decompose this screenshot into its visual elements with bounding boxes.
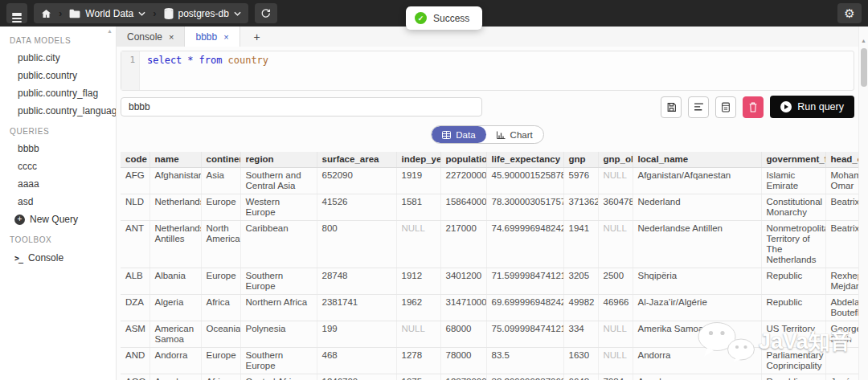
table-cell[interactable]: 3205 xyxy=(563,268,598,295)
column-header-code[interactable]: code xyxy=(121,152,149,168)
table-cell[interactable]: Amerika Samoa xyxy=(633,321,761,348)
table-cell[interactable]: 1975 xyxy=(396,374,440,380)
table-cell[interactable]: 468 xyxy=(317,348,396,374)
table-cell[interactable]: Afganistan/Afqanestan xyxy=(633,168,761,194)
table-cell[interactable]: 74.69999694824219 xyxy=(486,221,563,268)
settings-button[interactable]: ⚙ xyxy=(837,3,862,23)
table-cell[interactable]: Netherlands xyxy=(149,194,201,221)
query-name-input[interactable] xyxy=(121,97,482,116)
table-cell[interactable]: AGO xyxy=(121,374,149,380)
table-cell[interactable]: 46966 xyxy=(598,295,633,321)
table-cell[interactable]: 199 xyxy=(317,321,396,348)
table-cell[interactable]: 217000 xyxy=(440,221,486,268)
table-cell[interactable] xyxy=(825,348,858,374)
column-header-local_name[interactable]: local_name xyxy=(633,152,761,168)
sidebar-scroll-up-arrow[interactable]: ▲ xyxy=(107,28,113,34)
table-cell[interactable]: Africa xyxy=(201,295,240,321)
table-cell[interactable]: 652090 xyxy=(317,168,396,194)
table-cell[interactable]: ANT xyxy=(121,221,149,268)
table-cell[interactable]: 41526 xyxy=(317,194,396,221)
table-cell[interactable]: AND xyxy=(121,348,149,374)
table-cell[interactable]: Beatrix xyxy=(825,221,858,268)
table-cell[interactable]: NULL xyxy=(598,168,633,194)
table-cell[interactable]: DZA xyxy=(121,295,149,321)
connection-selector[interactable]: postgres-db xyxy=(157,3,248,23)
sidebar-item-public-country[interactable]: public.country xyxy=(0,67,116,84)
format-code-button[interactable] xyxy=(688,96,709,118)
table-cell[interactable]: 1630 xyxy=(563,348,598,374)
table-cell[interactable]: Andorra xyxy=(149,348,201,374)
new-query-button[interactable]: + New Query xyxy=(0,210,116,228)
table-cell[interactable]: NULL xyxy=(598,321,633,348)
column-header-surface_area[interactable]: surface_area xyxy=(317,152,396,168)
sql-editor[interactable]: 1 select*fromcountry xyxy=(121,51,854,91)
table-cell[interactable]: Southern Europe xyxy=(240,268,317,295)
sidebar-item-public-city[interactable]: public.city xyxy=(0,49,116,67)
table-cell[interactable]: Nederlandse Antillen xyxy=(633,221,761,268)
table-cell[interactable]: 1278 xyxy=(396,348,440,374)
table-cell[interactable]: US Territory xyxy=(761,321,825,348)
table-cell[interactable]: Western Europe xyxy=(240,194,317,221)
table-cell[interactable]: 78.30000305175781 xyxy=(486,194,563,221)
table-cell[interactable]: AFG xyxy=(121,168,149,194)
table-cell[interactable]: Republic xyxy=(761,268,825,295)
table-cell[interactable]: 6648 xyxy=(563,374,598,380)
column-header-gnp_old[interactable]: gnp_old xyxy=(598,152,633,168)
tab-bbbb[interactable]: bbbb × xyxy=(185,27,240,47)
table-cell[interactable]: 68000 xyxy=(440,321,486,348)
table-cell[interactable]: Asia xyxy=(201,168,240,194)
table-cell[interactable]: 22720000 xyxy=(440,168,486,194)
scroll-up-arrow[interactable]: ▲ xyxy=(859,38,868,43)
table-cell[interactable]: 49982 xyxy=(563,295,598,321)
table-cell[interactable]: Netherlands Antilles xyxy=(149,221,201,268)
table-cell[interactable]: 83.5 xyxy=(486,348,563,374)
table-cell[interactable]: Albania xyxy=(149,268,201,295)
table-cell[interactable]: 371362 xyxy=(563,194,598,221)
database-selector[interactable]: World Data xyxy=(62,3,153,23)
table-cell[interactable]: Islamic Emirate xyxy=(761,168,825,194)
table-cell[interactable]: 7984 xyxy=(598,374,633,380)
save-button[interactable] xyxy=(661,96,682,118)
new-tab-button[interactable]: + xyxy=(240,27,274,47)
hamburger-menu-button[interactable] xyxy=(6,3,27,23)
table-cell[interactable]: 3401200 xyxy=(440,268,486,295)
table-cell[interactable]: 1941 xyxy=(563,221,598,268)
table-cell[interactable]: 334 xyxy=(563,321,598,348)
table-cell[interactable]: Northern Africa xyxy=(240,295,317,321)
success-toast[interactable]: ✓ Success xyxy=(406,6,482,30)
sidebar-item-console[interactable]: >_ Console xyxy=(0,248,116,268)
delete-button[interactable] xyxy=(743,96,764,118)
table-cell[interactable]: Rexhep Mejdani xyxy=(825,268,858,295)
table-cell[interactable]: Africa xyxy=(201,374,240,380)
run-query-button[interactable]: Run query xyxy=(770,96,854,118)
table-cell[interactable]: 28748 xyxy=(317,268,396,295)
refresh-button[interactable] xyxy=(255,3,277,23)
table-cell[interactable]: Southern Europe xyxy=(240,348,317,374)
home-button[interactable] xyxy=(34,3,59,23)
sidebar-item-public-country-language[interactable]: public.country_language xyxy=(0,102,116,120)
table-cell[interactable]: 78000 xyxy=(440,348,486,374)
table-cell[interactable]: 12878000 xyxy=(440,374,486,380)
close-icon[interactable]: × xyxy=(223,32,228,42)
close-icon[interactable]: × xyxy=(169,32,174,42)
table-cell[interactable]: Andorra xyxy=(633,348,761,374)
table-cell[interactable]: Republic xyxy=(761,374,825,380)
column-header-head_of_state[interactable]: head_of_state xyxy=(825,152,858,168)
table-cell[interactable]: 71.5999984741211 xyxy=(486,268,563,295)
table-cell[interactable]: Al-Jaza’ir/Algérie xyxy=(633,295,761,321)
table-cell[interactable]: NULL xyxy=(598,348,633,374)
table-cell[interactable]: 360478 xyxy=(598,194,633,221)
column-header-name[interactable]: name xyxy=(149,152,201,168)
table-cell[interactable]: American Samoa xyxy=(149,321,201,348)
table-cell[interactable]: Nonmetropolitan Territory of The Netherl… xyxy=(761,221,825,268)
table-cell[interactable]: Polynesia xyxy=(240,321,317,348)
sidebar-item-query-aaaa[interactable]: aaaa xyxy=(0,175,116,193)
table-cell[interactable]: Shqipëria xyxy=(633,268,761,295)
sidebar-item-query-bbbb[interactable]: bbbb xyxy=(0,140,116,157)
table-cell[interactable]: 2500 xyxy=(598,268,633,295)
table-cell[interactable]: José Eduardo dos Santos xyxy=(825,374,858,380)
table-cell[interactable]: 31471000 xyxy=(440,295,486,321)
table-cell[interactable]: Europe xyxy=(201,348,240,374)
column-header-region[interactable]: region xyxy=(240,152,317,168)
column-header-population[interactable]: population xyxy=(440,152,486,168)
